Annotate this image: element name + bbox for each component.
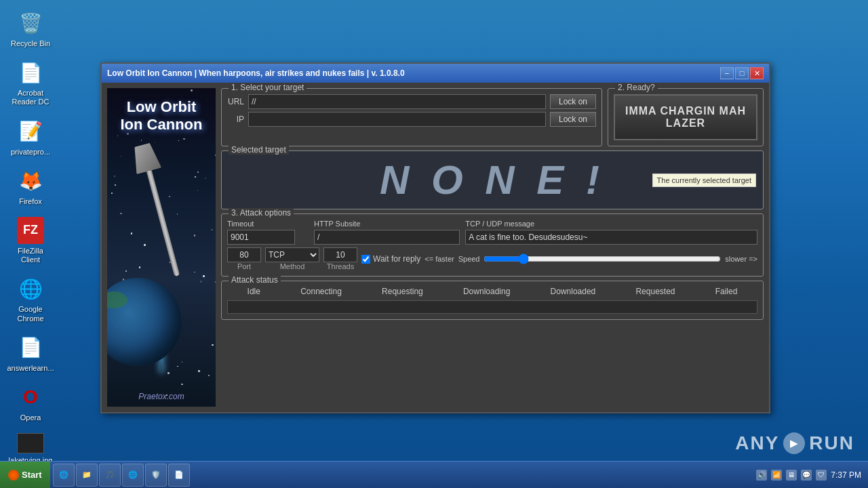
anyrun-play-icon: ▶ [783,432,805,454]
target-tooltip: The currently selected target [652,174,756,187]
url-input[interactable] [248,94,546,109]
praetox-label: Praetox.com [107,392,216,401]
taskbar-volume-icon[interactable]: 🔊 [756,470,767,481]
chrome-icon: 🌐 [17,275,44,302]
taskbar-app-media[interactable]: 🎵 [99,464,121,487]
taskbar-app-security[interactable]: 🛡️ [145,464,167,487]
port-label: Port [237,262,251,270]
loic-brand-title: Low Orbit Ion Cannon [107,88,216,134]
wait-for-reply-checkbox[interactable] [361,255,370,264]
filezilla-icon: FZ [17,217,44,244]
opera-label: Opera [20,413,41,422]
anyrun-text-run: RUN [809,432,854,454]
taskbar-network-icon[interactable]: 📶 [771,470,782,481]
taskbar-app-doc[interactable]: 📄 [168,464,190,487]
threads-label: Threads [327,262,354,270]
taskbar-app-folder[interactable]: 📁 [76,464,98,487]
speed-faster-label: <= faster [425,255,454,263]
desktop: 🗑️ Recycle Bin 📄 Acrobat Reader DC 📝 pri… [0,0,868,488]
speed-slider-container: <= faster Speed slower => [425,253,757,265]
filezilla-label: FileZilla Client [9,247,52,264]
ready-section-label: 2. Ready? [615,83,658,92]
method-select[interactable]: TCP UDP HTTP [265,247,319,262]
minimize-button[interactable]: − [720,67,734,79]
desktop-icon-filezilla[interactable]: FZ FileZilla Client [7,214,54,267]
threads-input[interactable] [323,247,357,262]
selected-target-label: Selected target [229,145,289,155]
firefox-label: Firefox [19,197,42,206]
window-titlebar: Low Orbit Ion Cannon | When harpoons, ai… [102,64,769,83]
taskbar-shield-icon[interactable]: 🛡 [816,470,827,481]
desktop-icon-recycle-bin[interactable]: 🗑️ Recycle Bin [7,7,54,51]
taskbar-app-ie[interactable]: 🌐 [53,464,75,487]
speed-slider[interactable] [484,253,721,265]
close-button[interactable]: ✕ [750,67,764,79]
method-label: Method [280,262,305,270]
acrobat-icon: 📄 [17,59,44,86]
desktop-icon-chrome[interactable]: 🌐 Google Chrome [7,272,54,325]
desktop-icon-answerlearn[interactable]: 📄 answerlearn... [7,331,54,375]
status-section-label: Attack status [229,275,281,285]
window-title: Low Orbit Ion Cannon | When harpoons, ai… [107,68,405,78]
desktop-icon-acrobat[interactable]: 📄 Acrobat Reader DC [7,56,54,109]
right-panel: 1. Select your target URL Lock on IP Loc… [221,88,764,407]
window-body: Low Orbit Ion Cannon Praetox.com 1. Sele… [102,83,769,412]
status-idle: Idle [248,287,260,296]
window-controls: − □ ✕ [720,67,764,79]
taskbar-right: 🔊 📶 🖥 💬 🛡 7:37 PM [756,470,868,481]
start-button[interactable]: Start [0,462,50,489]
status-progress-bar [227,300,757,314]
http-subsite-input[interactable] [314,230,460,245]
url-row: URL Lock on [227,94,596,109]
url-label: URL [227,97,244,106]
taskbar-display-icon[interactable]: 🖥 [786,470,797,481]
selected-target-section: Selected target N O N E ! The currently … [221,150,764,209]
chrome-label: Google Chrome [9,305,52,323]
taskbar-app-chrome[interactable]: 🌐 [122,464,144,487]
private-icon: 📝 [17,118,44,145]
recycle-bin-icon: 🗑️ [17,9,44,37]
speed-slower-label: slower => [725,255,757,263]
timeout-input[interactable] [227,230,295,245]
url-lock-on-button[interactable]: Lock on [550,94,596,109]
taskbar-apps: 🌐 📁 🎵 🌐 🛡️ 📄 [53,464,190,487]
taskbar-msg-icon[interactable]: 💬 [801,470,812,481]
target-section-label: 1. Select your target [229,83,307,92]
answerlearn-label: answerlearn... [7,364,54,373]
status-requesting: Requesting [382,287,423,296]
status-section: Attack status Idle Connecting Requesting… [221,281,764,320]
top-row: 1. Select your target URL Lock on IP Loc… [221,88,764,146]
anyrun-text-any: ANY [735,432,779,454]
fire-button[interactable]: IMMA CHARGIN MAH LAZER [614,94,757,140]
ready-section: 2. Ready? IMMA CHARGIN MAH LAZER [608,88,764,146]
timeout-label: Timeout [227,220,309,228]
http-subsite-label: HTTP Subsite [314,220,460,228]
status-connecting: Connecting [300,287,342,296]
taskbar-time: 7:37 PM [831,470,861,480]
loic-window: Low Orbit Ion Cannon | When harpoons, ai… [100,62,770,413]
recycle-bin-label: Recycle Bin [11,39,50,48]
port-input[interactable] [227,247,261,262]
status-downloading: Downloading [463,287,510,296]
attack-row2: Port TCP UDP HTTP Method Th [227,247,757,270]
firefox-icon: 🦊 [17,167,44,195]
wait-for-reply-row: Wait for reply [361,254,420,264]
maximize-button[interactable]: □ [735,67,749,79]
ip-lock-on-button[interactable]: Lock on [550,112,596,127]
ip-input[interactable] [248,112,546,127]
status-downloaded: Downloaded [551,287,596,296]
desktop-icon-opera[interactable]: O Opera [7,381,54,425]
start-orb-icon [8,470,19,481]
target-section: 1. Select your target URL Lock on IP Loc… [221,88,602,146]
status-failed: Failed [715,287,738,296]
ip-row: IP Lock on [227,112,596,127]
acrobat-label: Acrobat Reader DC [9,89,52,106]
desktop-icons-container: 🗑️ Recycle Bin 📄 Acrobat Reader DC 📝 pri… [7,7,54,488]
attack-section-label: 3. Attack options [229,208,294,218]
tcp-udp-input[interactable] [465,230,757,245]
status-columns: Idle Connecting Requesting Downloading D… [227,287,757,296]
attack-section: 3. Attack options Timeout HTTP Subsite [221,214,764,277]
desktop-icon-firefox[interactable]: 🦊 Firefox [7,165,54,209]
anyrun-watermark: ANY ▶ RUN [735,432,854,454]
desktop-icon-private[interactable]: 📝 privatepro... [7,115,54,159]
